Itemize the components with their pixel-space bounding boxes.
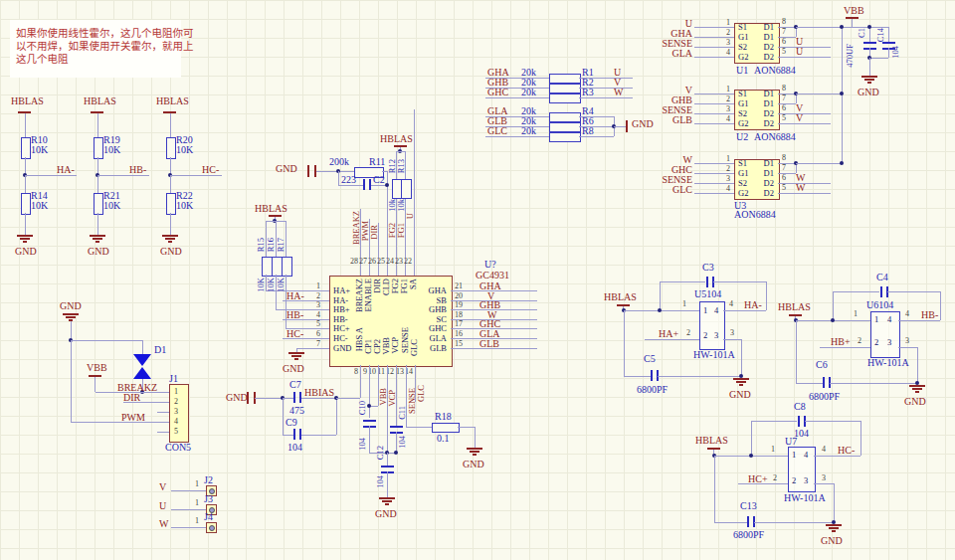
pin-name: VCP — [391, 337, 400, 354]
wire — [940, 291, 941, 320]
wire — [301, 435, 336, 436]
pin-number: 4 — [308, 311, 320, 319]
pin-number: 7 — [782, 94, 786, 102]
value-c14: 104 — [891, 46, 900, 59]
net-label-hb-plus: HB+ — [831, 337, 851, 347]
pin-name: HC+ — [333, 324, 350, 333]
capacitor-c9-symbol[interactable] — [293, 429, 301, 440]
pin-name: 4 — [804, 451, 808, 460]
pin-number: 1 — [195, 480, 199, 488]
note-line-2: 以不用焊，如果使用开关霍尔，就用上 — [16, 40, 194, 53]
wire — [387, 365, 388, 453]
wire — [778, 173, 796, 174]
wire — [142, 340, 143, 354]
resistor-r10-body[interactable] — [21, 137, 31, 159]
value-c12: 104 — [376, 475, 385, 488]
wire — [796, 93, 842, 94]
resistor-r20-body[interactable] — [166, 137, 176, 159]
wire — [796, 383, 823, 384]
pad-j4[interactable] — [206, 522, 217, 533]
wire — [869, 27, 870, 42]
wire — [255, 398, 283, 399]
resistor-r21-body[interactable] — [94, 193, 103, 215]
resistor-r1-body[interactable] — [549, 74, 581, 84]
wire — [336, 398, 360, 399]
connector-j1-body[interactable] — [169, 384, 189, 443]
designator-c3: C3 — [702, 263, 714, 273]
pin-number: 1 — [716, 19, 730, 27]
gnd-label: GND — [904, 397, 926, 407]
pin-number: 2 — [858, 337, 861, 345]
gnd-bar-icon — [626, 120, 628, 132]
net-label-w: W — [796, 183, 805, 193]
tvs-diode-d1[interactable] — [133, 354, 151, 379]
designator-r18: R18 — [435, 412, 452, 422]
resistor-r19-body[interactable] — [94, 137, 103, 159]
net-label-ha-plus: HA+ — [659, 329, 678, 339]
wire — [276, 275, 277, 309]
gnd-label: GND — [15, 247, 37, 257]
wire — [25, 113, 26, 137]
capacitor-c2-symbol[interactable] — [363, 179, 371, 190]
pin-number: 5 — [174, 428, 178, 436]
resistor-r2-body[interactable] — [549, 84, 581, 93]
designator-r3: R3 — [582, 88, 594, 97]
wire — [485, 97, 549, 98]
pin-number: 4 — [174, 418, 178, 426]
gnd-label: GND — [160, 247, 182, 257]
value-c7: 475 — [289, 406, 304, 416]
pin-name: 3 — [887, 338, 891, 347]
net-label: GLA — [643, 49, 692, 59]
power-label-hblas: HBLAS — [84, 96, 116, 106]
pin-number: 3 — [174, 408, 178, 416]
resistor-r6-body[interactable] — [549, 122, 581, 132]
wire — [387, 471, 388, 497]
gnd-bars-icon — [307, 165, 316, 177]
resistor-r17-body[interactable] — [282, 257, 292, 277]
resistor-r22-body[interactable] — [166, 193, 176, 215]
pin-name: G2 — [738, 119, 748, 128]
wire — [869, 58, 870, 76]
gnd-symbol — [861, 76, 877, 85]
wire — [338, 171, 339, 185]
wire — [741, 339, 742, 376]
wire — [296, 348, 329, 349]
pin-number: 4 — [716, 115, 730, 123]
wire — [382, 171, 387, 172]
wire — [723, 339, 741, 340]
pin-name: 1 — [703, 306, 707, 315]
wire — [898, 347, 917, 348]
pin-number: 20 — [455, 292, 463, 300]
gnd-symbol — [826, 524, 842, 533]
resistor-r13-body[interactable] — [401, 179, 412, 199]
pin-number: 1 — [195, 499, 199, 507]
pin-name: GHA — [414, 286, 447, 295]
wire — [414, 109, 415, 276]
resistor-r14-body[interactable] — [21, 193, 31, 215]
net-label-hc-minus: HC- — [838, 446, 855, 456]
resistor-r18-body[interactable] — [432, 423, 460, 433]
pin-number: 1 — [682, 300, 686, 308]
junction-dot — [867, 25, 871, 29]
gnd-symbol — [17, 235, 33, 244]
designator-c1: C1 — [858, 28, 866, 38]
pin-number: 3 — [308, 301, 320, 309]
part-con5: CON5 — [165, 443, 191, 453]
power-label-hblas: HBLAS — [255, 204, 287, 214]
gnd-label: GND — [88, 247, 109, 257]
resistor-r4-body[interactable] — [549, 112, 581, 122]
wire — [714, 456, 715, 522]
designator-u2: U2 — [736, 132, 748, 142]
wire — [796, 163, 842, 164]
wire — [658, 376, 741, 377]
power-label-hblas: HBLAS — [11, 96, 44, 106]
designator-c13: C13 — [740, 501, 757, 511]
wire — [766, 281, 767, 310]
wire — [694, 193, 734, 194]
resistor-r3-body[interactable] — [549, 93, 581, 103]
resistor-r8-body[interactable] — [549, 132, 581, 142]
wire — [157, 412, 169, 413]
pin-number: 1 — [174, 388, 178, 396]
capacitor-c7-symbol[interactable] — [293, 392, 301, 403]
wire — [336, 398, 337, 435]
